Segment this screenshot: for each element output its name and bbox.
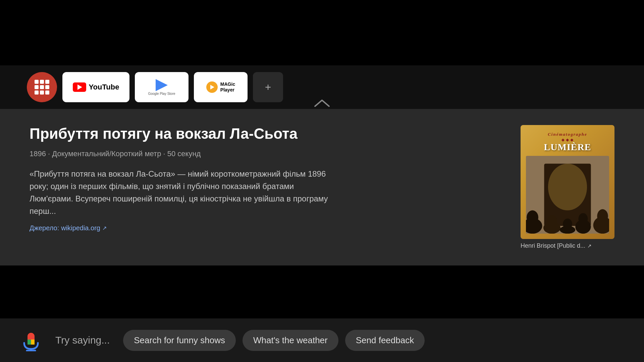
- add-app-button[interactable]: +: [253, 72, 283, 102]
- svg-point-13: [563, 219, 572, 230]
- google-play-app[interactable]: Google Play Store: [135, 72, 189, 102]
- chevron-up-icon: [314, 98, 330, 108]
- magic-player-logo: MAGic Player: [206, 81, 235, 93]
- grid-icon: [35, 80, 49, 95]
- try-saying-label: Try saying...: [55, 335, 110, 346]
- chip-feedback[interactable]: Send feedback: [345, 330, 425, 351]
- magic-player-label: MAGic Player: [220, 81, 235, 93]
- suggestion-chips: Search for funny shows What's the weathe…: [123, 330, 624, 351]
- svg-point-11: [597, 209, 608, 223]
- info-section: Прибуття потягу на вокзал Ла-Сьота 1896 …: [30, 125, 500, 232]
- svg-rect-20: [31, 340, 35, 345]
- poster-image: Cinématographe ◆ ◆ ◆ LUMIÈRE: [521, 125, 614, 239]
- movie-title: Прибуття потягу на вокзал Ла-Сьота: [30, 125, 500, 143]
- thumbnail-section: Cinématographe ◆ ◆ ◆ LUMIÈRE: [521, 125, 614, 249]
- google-play-icon: [155, 79, 168, 91]
- svg-point-9: [579, 213, 588, 225]
- thumbnail-caption-text: Henri Brispot [Public d...: [521, 242, 585, 249]
- youtube-app[interactable]: YouTube: [62, 72, 129, 102]
- mic-icon: [20, 329, 42, 351]
- movie-description: «Прибуття потяга на вокзал Ла-Сьота» — н…: [30, 168, 331, 218]
- google-play-label: Google Play Store: [148, 92, 175, 96]
- source-url: wikipedia.org: [61, 224, 100, 232]
- youtube-icon: [73, 82, 86, 92]
- svg-rect-19: [28, 340, 31, 345]
- thumbnail-caption: Henri Brispot [Public d... ↗: [521, 242, 614, 249]
- poster-crowd-svg: [526, 156, 609, 234]
- content-area: Прибуття потягу на вокзал Ла-Сьота 1896 …: [0, 109, 644, 265]
- apps-shelf: YouTube Google Play Store MAGic Player +: [0, 65, 644, 109]
- movie-meta: 1896 · Документальний/Короткий метр · 50…: [30, 149, 500, 158]
- apps-icon-button[interactable]: [27, 72, 57, 102]
- svg-marker-0: [156, 79, 168, 91]
- top-area: [0, 0, 644, 65]
- bottom-bar: Try saying... Search for funny shows Wha…: [0, 318, 644, 362]
- movie-thumbnail[interactable]: Cinématographe ◆ ◆ ◆ LUMIÈRE: [521, 125, 614, 239]
- svg-point-7: [547, 215, 557, 227]
- youtube-logo: YouTube: [73, 82, 119, 92]
- youtube-label: YouTube: [89, 83, 119, 92]
- thumbnail-external-icon: ↗: [587, 243, 592, 249]
- magic-player-app[interactable]: MAGic Player: [194, 72, 248, 102]
- chip-weather[interactable]: What's the weather: [243, 330, 338, 351]
- source-label: Джерело:: [30, 224, 59, 232]
- chip-funny-shows[interactable]: Search for funny shows: [123, 330, 236, 351]
- svg-point-5: [527, 210, 538, 224]
- add-icon: +: [265, 81, 271, 94]
- external-link-icon: ↗: [102, 225, 107, 231]
- source-link[interactable]: Джерело: wikipedia.org ↗: [30, 224, 500, 232]
- magic-player-icon: [206, 81, 218, 93]
- google-play-logo: Google Play Store: [148, 79, 175, 96]
- svg-point-3: [548, 164, 587, 210]
- chevron-up-button[interactable]: [314, 98, 330, 109]
